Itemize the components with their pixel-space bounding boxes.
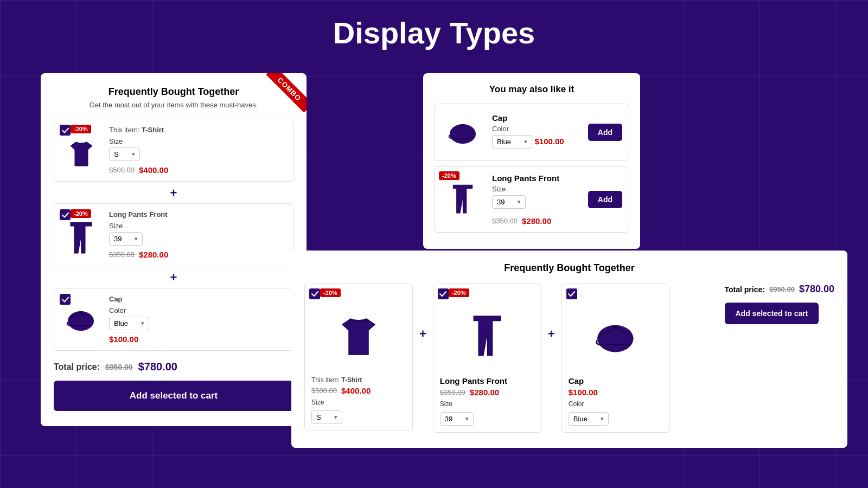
page-title: Display Types (0, 0, 868, 61)
cap-name-label: Cap (109, 295, 286, 303)
ymal-pants-add-button[interactable]: Add (588, 191, 622, 208)
ymal-pants-size: 39 (497, 198, 505, 206)
ymal-cap-add-button[interactable]: Add (588, 124, 622, 141)
ymal-cap-color: Blue (497, 138, 511, 146)
pants-checkbox[interactable] (60, 209, 71, 220)
tshirt-size-select[interactable]: S ▾ (109, 147, 140, 161)
ymal-pants-name: Long Pants Front (492, 174, 580, 183)
tshirt-size-value: S (114, 150, 119, 158)
fbt2-pants-size-label: Size (440, 400, 534, 408)
fbt2-total-row: Total price: $950.00 $780.00 (725, 284, 835, 295)
left-fbt-widget: COMBO Frequently Bought Together Get the… (41, 73, 307, 426)
total-original-price: $950.00 (105, 363, 133, 371)
ymal-pants-original-price: $350.00 (492, 217, 518, 225)
combo-ribbon: COMBO (263, 73, 307, 117)
fbt2-tshirt-item: -20% This item: T-Shirt $500.00 $400.00 … (304, 284, 413, 431)
fbt2-cap-attr-label: Color (569, 400, 663, 408)
bottom-add-cart-button[interactable]: Add selected to cart (725, 303, 819, 324)
pants-name-label: Long Pants Front (109, 210, 286, 219)
fbt2-plus-2: + (541, 327, 561, 341)
ymal-title: You may also like it (434, 84, 629, 95)
pants-discounted-price: $280.00 (139, 250, 168, 259)
ymal-cap-price: $100.00 (534, 137, 564, 146)
fbt2-tshirt-badge: -20% (320, 288, 341, 297)
fbt2-pants-image (440, 301, 534, 372)
fbt2-total-label: Total price: (725, 285, 765, 294)
product-row-pants: -20% Long Pants Front Size 39 ▾ $350.00 … (54, 203, 293, 266)
bottom-fbt-title: Frequently Bought Together (304, 262, 834, 274)
cap-price: $100.00 (109, 335, 138, 344)
total-final-price: $780.00 (138, 361, 177, 373)
pants-discount-badge: -20% (71, 209, 91, 218)
ymal-item-cap: Cap Color Blue ▾ $100.00 Add (434, 104, 629, 161)
ymal-pants-attr-label: Size (492, 185, 580, 193)
fbt2-pants-original: $350.00 (440, 388, 465, 396)
combo-label: COMBO (266, 73, 307, 113)
ymal-cap-select[interactable]: Blue ▾ (492, 135, 532, 149)
product-row-cap: Cap Color Blue ▾ $100.00 (54, 288, 293, 351)
left-total-row: Total price: $950.00 $780.00 (54, 361, 293, 373)
fbt2-tshirt-checkbox[interactable] (309, 288, 320, 299)
tshirt-original-price: $500.00 (109, 166, 135, 174)
fbt2-cap-item: Cap $100.00 Color Blue ▾ (561, 284, 670, 433)
ymal-pants-price: $280.00 (522, 216, 551, 226)
ymal-cap-image (441, 111, 484, 154)
cap-attr-label: Color (109, 306, 286, 314)
tshirt-image (61, 134, 101, 175)
bottom-fbt-widget: Frequently Bought Together -20% This ite… (291, 251, 847, 448)
tshirt-discount-badge: -20% (71, 125, 91, 133)
pants-size-select[interactable]: 39 ▾ (109, 232, 143, 246)
ymal-pants-select[interactable]: 39 ▾ (492, 195, 526, 209)
ymal-pants-image (441, 178, 484, 221)
fbt2-total-original: $950.00 (769, 285, 795, 293)
fbt2-tshirt-size-val: S (316, 413, 321, 421)
tshirt-checkbox[interactable] (60, 125, 71, 136)
ymal-cap-details: Cap Color Blue ▾ $100.00 (492, 113, 580, 152)
left-fbt-title: Frequently Bought Together (54, 86, 293, 98)
fbt2-pants-badge: -20% (449, 288, 469, 297)
fbt2-pants-item: -20% Long Pants Front $350.00 $280.00 Si… (433, 284, 541, 433)
fbt2-cap-checkbox[interactable] (566, 288, 577, 299)
fbt2-cap-name: Cap (569, 376, 663, 386)
tshirt-details: This item: T-Shirt Size S ▾ $500.00 $400… (109, 126, 286, 175)
fbt2-cap-color-select[interactable]: Blue ▾ (569, 412, 609, 426)
fbt2-pants-size-select[interactable]: 39 ▾ (440, 412, 474, 426)
fbt2-tshirt-image (311, 301, 406, 372)
ymal-cap-name: Cap (492, 113, 580, 123)
pants-original-price: $350.00 (109, 251, 135, 259)
pants-size-value: 39 (114, 235, 122, 243)
ymal-item-pants: -20% Long Pants Front Size 39 ▾ $350.00 … (434, 166, 629, 233)
tshirt-size-chevron: ▾ (132, 151, 135, 158)
ymal-pants-details: Long Pants Front Size 39 ▾ $350.00 $280.… (492, 174, 580, 226)
svg-rect-1 (79, 311, 82, 314)
bottom-fbt-products: -20% This item: T-Shirt $500.00 $400.00 … (304, 284, 834, 433)
fbt2-tshirt-size-select[interactable]: S ▾ (311, 410, 342, 424)
fbt2-tshirt-size-label: Size (311, 399, 406, 406)
cap-details: Cap Color Blue ▾ $100.00 (109, 295, 286, 344)
pants-size-label: Size (109, 222, 286, 230)
pants-details: Long Pants Front Size 39 ▾ $350.00 $280.… (109, 210, 286, 259)
fbt2-summary: Total price: $950.00 $780.00 Add selecte… (714, 284, 835, 324)
pants-image (61, 219, 101, 259)
fbt2-plus-1: + (413, 327, 433, 341)
pants-size-chevron: ▾ (135, 235, 138, 242)
cap-color-select[interactable]: Blue ▾ (109, 317, 149, 330)
left-fbt-subtitle: Get the most out of your items with thes… (54, 101, 293, 109)
ymal-widget: You may also like it Cap Color Blue ▾ $1… (423, 73, 640, 249)
cap-image (61, 299, 101, 340)
tshirt-name-label: This item: T-Shirt (109, 126, 286, 134)
fbt2-tshirt-price: $400.00 (341, 386, 371, 395)
cap-color-chevron: ▾ (141, 320, 144, 327)
left-add-cart-button[interactable]: Add selected to cart (54, 381, 293, 411)
svg-rect-3 (461, 124, 464, 127)
ymal-cap-attr-label: Color (492, 125, 580, 133)
fbt2-cap-image (569, 301, 663, 372)
plus-divider-2: + (54, 271, 293, 285)
total-label: Total price: (54, 362, 100, 372)
cap-checkbox[interactable] (60, 294, 71, 305)
fbt2-cap-price: $100.00 (569, 388, 598, 397)
fbt2-pants-price: $280.00 (470, 388, 499, 397)
fbt2-tshirt-label: This item: T-Shirt (311, 376, 406, 384)
tshirt-discounted-price: $400.00 (139, 165, 168, 175)
fbt2-pants-checkbox[interactable] (438, 288, 449, 299)
